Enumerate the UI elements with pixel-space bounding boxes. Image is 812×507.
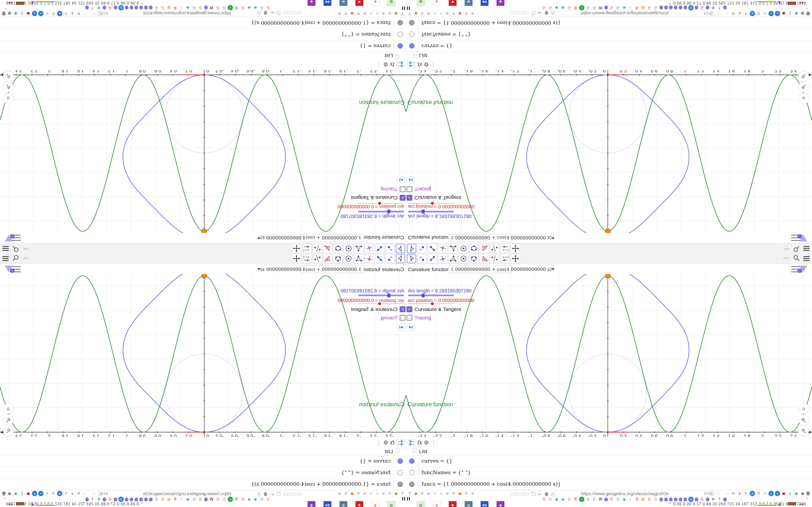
icon-chip[interactable]: G	[191, 497, 197, 502]
line-tool-button[interactable]	[375, 244, 384, 253]
icon-chip[interactable]: ⚙	[343, 11, 349, 16]
icon-chip[interactable]	[683, 497, 687, 501]
icon-chip[interactable]	[204, 6, 208, 10]
tab-indicators[interactable]: ←	[510, 492, 554, 497]
icon-chip[interactable]: →	[82, 491, 88, 496]
folder-icon[interactable]	[532, 11, 536, 14]
icon-chip[interactable]: G	[585, 5, 591, 10]
polygon-tool-button[interactable]	[449, 254, 458, 263]
icon-chip[interactable]: v	[775, 11, 780, 16]
icon-chip[interactable]: D	[688, 5, 694, 10]
tab-dot-icon[interactable]	[291, 493, 294, 496]
icon-chip[interactable]: 64	[323, 501, 332, 507]
icon-chip[interactable]: G	[566, 5, 572, 10]
move-graphics-tool-button[interactable]	[292, 254, 301, 263]
menu-icon[interactable]	[803, 255, 810, 262]
icon-chip[interactable]	[102, 6, 106, 10]
extension-icons[interactable]: Y●⊕⊕∩∩⊕✕●⚙⊕	[407, 491, 475, 496]
icon-chip[interactable]: G	[215, 5, 220, 10]
icon-chip[interactable]: ⊕	[337, 11, 342, 16]
icon-chip[interactable]	[683, 6, 687, 10]
icon-chip[interactable]: ⚙	[762, 491, 767, 496]
visibility-toggle[interactable]	[398, 32, 403, 37]
back-arrow-icon[interactable]: ←	[270, 10, 274, 15]
icon-chip[interactable]: ◉	[554, 5, 559, 10]
tab-dot-icon[interactable]	[526, 11, 529, 14]
icon-chip[interactable]: i	[628, 497, 633, 502]
point-tool-button[interactable]: A	[386, 244, 395, 253]
icon-chip[interactable]: ▯	[19, 11, 24, 16]
address-bar-buttons[interactable]: A ☆	[91, 491, 102, 496]
icon-chip[interactable]: ▣	[339, 0, 348, 6]
icon-chip[interactable]: ◉	[371, 0, 379, 6]
folder-icon[interactable]	[532, 493, 536, 496]
visibility-toggle[interactable]	[398, 20, 403, 25]
back-arrow-icon[interactable]: ←	[538, 492, 542, 497]
icon-chip[interactable]: G	[653, 497, 658, 502]
icon-chip[interactable]: ⚙	[343, 491, 349, 496]
icon-chip[interactable]	[130, 6, 134, 10]
visibility-toggle[interactable]	[398, 458, 403, 464]
icon-chip[interactable]: ✎	[743, 11, 749, 16]
icon-chip[interactable]: G	[615, 5, 621, 10]
gear-icon[interactable]: ⚙	[383, 439, 388, 446]
kebab-menu-icon[interactable]: ⋮	[376, 62, 382, 68]
icon-chip[interactable]	[664, 497, 668, 501]
tab-dot-icon[interactable]	[283, 493, 286, 496]
icon-chip[interactable]: ⊕	[387, 491, 393, 496]
menu-icon[interactable]	[2, 255, 9, 262]
icon-chip[interactable]: ⊕	[419, 491, 425, 496]
icon-chip[interactable]: ✎	[63, 11, 69, 16]
dropdown-caret-icon[interactable]: ▼	[258, 267, 260, 271]
folder-icon[interactable]	[276, 11, 280, 14]
step-forward-button[interactable]: ▶	[407, 324, 415, 330]
icon-chip[interactable]: G	[259, 5, 264, 10]
icon-chip[interactable]: W	[598, 497, 603, 502]
icon-chip[interactable]: G	[259, 497, 264, 502]
icon-chip[interactable]: ⚙	[463, 11, 469, 16]
icon-chip[interactable]: ⊕	[426, 11, 431, 16]
icon-chip[interactable]	[149, 6, 153, 10]
icon-chip[interactable]: →	[82, 11, 88, 16]
tracing-checkbox[interactable]	[400, 315, 406, 321]
icon-chip[interactable]: G	[154, 5, 159, 10]
icon-chip[interactable]	[723, 6, 727, 10]
bookmark-favicons[interactable]: GG◉◉GЯ✓GGWGG◉iЯ▦GGDG⚙f	[85, 497, 271, 502]
icon-chip[interactable]: ◉	[185, 497, 191, 502]
icon-chip[interactable]: ●	[413, 491, 418, 496]
icon-chip[interactable]: G	[107, 5, 113, 10]
icon-chip[interactable]: W	[598, 5, 603, 10]
icon-chip[interactable]: ●	[457, 11, 463, 16]
arc-length-slider-thumb[interactable]	[387, 209, 391, 214]
icon-chip[interactable]: G	[191, 5, 197, 10]
icon-chip[interactable]: ↓	[737, 11, 743, 16]
slider-tool-button[interactable]: a = 2	[501, 244, 510, 253]
icon-chip[interactable]	[604, 497, 608, 501]
icon-chip[interactable]: 0	[756, 491, 761, 496]
search-icon[interactable]	[12, 255, 19, 263]
graphics-view[interactable]: -2.4-2.2-2-1.8-1.6-1.4-1.2-1-0.8-0.6-0.4…	[406, 274, 812, 437]
curvature-function-input[interactable]: 1.000000000000 + cos(4.000000000000 x) ▼	[449, 265, 512, 273]
arc-length-slider[interactable]	[408, 294, 454, 296]
menu-icon[interactable]	[2, 245, 9, 252]
curvature-function-input[interactable]: 1.000000000000 + cos(4.000000000000 x) ▼	[300, 265, 363, 273]
undo-icon[interactable]	[23, 244, 30, 252]
visibility-toggle[interactable]	[398, 43, 403, 49]
move-tool-button[interactable]	[407, 244, 416, 253]
point-tool-button[interactable]: A	[417, 254, 426, 263]
zoom-in-button[interactable]: +	[799, 415, 809, 426]
icon-chip[interactable]: G	[265, 497, 271, 502]
tab-square-icon[interactable]	[514, 11, 517, 14]
gear-icon[interactable]: ⚙	[424, 439, 429, 446]
kebab-menu-icon[interactable]: ⋮	[376, 440, 382, 446]
icon-chip[interactable]: f	[90, 497, 95, 502]
icon-chip[interactable]: 0	[51, 491, 56, 496]
icon-chip[interactable]: ●	[781, 11, 786, 16]
icon-chip[interactable]	[674, 6, 678, 10]
icon-chip[interactable]	[144, 6, 148, 10]
icon-chip[interactable]: ✕	[451, 11, 456, 16]
reflect-tool-button[interactable]	[490, 244, 499, 253]
tab-square-icon[interactable]	[295, 493, 298, 496]
icon-chip[interactable]: ∩	[439, 491, 444, 496]
icon-chip[interactable]	[114, 497, 117, 501]
